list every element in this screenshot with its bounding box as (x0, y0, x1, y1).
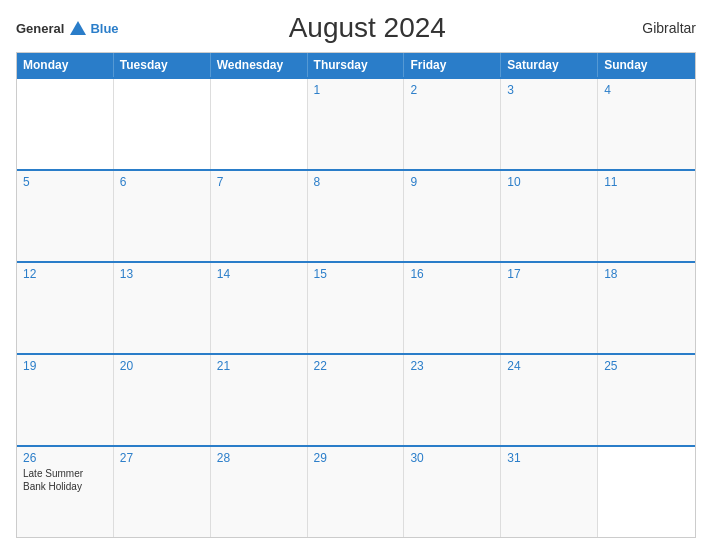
logo-triangle-icon (70, 21, 86, 35)
logo-blue-text: Blue (90, 21, 118, 36)
event-late-summer-bank-holiday: Late Summer Bank Holiday (23, 467, 107, 493)
table-row: 16 (404, 263, 501, 353)
table-row: 11 (598, 171, 695, 261)
calendar-grid: Monday Tuesday Wednesday Thursday Friday… (16, 52, 696, 538)
table-row: 25 (598, 355, 695, 445)
week-row-1: 1 2 3 4 (17, 77, 695, 169)
table-row: 21 (211, 355, 308, 445)
table-row: 12 (17, 263, 114, 353)
table-row: 19 (17, 355, 114, 445)
col-header-tuesday: Tuesday (114, 53, 211, 77)
table-row: 14 (211, 263, 308, 353)
table-row: 9 (404, 171, 501, 261)
table-row: 20 (114, 355, 211, 445)
table-row: 2 (404, 79, 501, 169)
week-row-4: 19 20 21 22 23 24 25 (17, 353, 695, 445)
table-row: 28 (211, 447, 308, 537)
calendar-body: 1 2 3 4 5 6 7 8 9 10 11 12 13 14 15 (17, 77, 695, 537)
calendar-header: General Blue August 2024 Gibraltar (16, 12, 696, 44)
logo: General Blue (16, 21, 119, 36)
col-header-wednesday: Wednesday (211, 53, 308, 77)
table-row: 18 (598, 263, 695, 353)
col-header-sunday: Sunday (598, 53, 695, 77)
col-header-saturday: Saturday (501, 53, 598, 77)
location-label: Gibraltar (616, 20, 696, 36)
table-row: 10 (501, 171, 598, 261)
table-row (211, 79, 308, 169)
col-header-monday: Monday (17, 53, 114, 77)
table-row: 6 (114, 171, 211, 261)
table-row: 26 Late Summer Bank Holiday (17, 447, 114, 537)
table-row: 15 (308, 263, 405, 353)
week-row-3: 12 13 14 15 16 17 18 (17, 261, 695, 353)
table-row: 23 (404, 355, 501, 445)
table-row: 4 (598, 79, 695, 169)
table-row: 17 (501, 263, 598, 353)
logo-general-text: General (16, 21, 64, 36)
table-row: 31 (501, 447, 598, 537)
table-row (114, 79, 211, 169)
week-row-5: 26 Late Summer Bank Holiday 27 28 29 30 … (17, 445, 695, 537)
table-row (598, 447, 695, 537)
table-row: 29 (308, 447, 405, 537)
table-row (17, 79, 114, 169)
calendar-page: General Blue August 2024 Gibraltar Monda… (0, 0, 712, 550)
week-row-2: 5 6 7 8 9 10 11 (17, 169, 695, 261)
table-row: 7 (211, 171, 308, 261)
col-header-thursday: Thursday (308, 53, 405, 77)
table-row: 27 (114, 447, 211, 537)
table-row: 24 (501, 355, 598, 445)
calendar-header-row: Monday Tuesday Wednesday Thursday Friday… (17, 53, 695, 77)
table-row: 3 (501, 79, 598, 169)
table-row: 5 (17, 171, 114, 261)
table-row: 30 (404, 447, 501, 537)
table-row: 8 (308, 171, 405, 261)
table-row: 13 (114, 263, 211, 353)
table-row: 22 (308, 355, 405, 445)
month-title: August 2024 (119, 12, 616, 44)
col-header-friday: Friday (404, 53, 501, 77)
table-row: 1 (308, 79, 405, 169)
